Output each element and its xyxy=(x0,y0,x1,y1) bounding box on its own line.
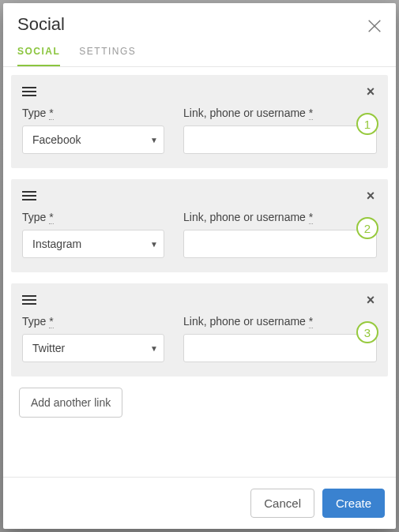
type-label: Type * xyxy=(22,211,164,223)
tab-social[interactable]: SOCIAL xyxy=(17,46,60,66)
row-number-badge: 1 xyxy=(356,113,378,135)
remove-row-icon[interactable]: × xyxy=(364,189,377,203)
row-number-badge: 3 xyxy=(356,321,378,343)
create-button[interactable]: Create xyxy=(322,489,385,518)
modal-body: × Type * Facebook ▼ Link, phone or usern… xyxy=(3,67,396,477)
social-row: × Type * Twitter ▼ Link, phone or userna… xyxy=(11,283,388,377)
link-input[interactable] xyxy=(183,126,377,154)
type-select[interactable]: Instagram xyxy=(22,230,164,258)
drag-handle-icon[interactable] xyxy=(22,295,36,305)
type-label: Type * xyxy=(22,315,164,328)
drag-handle-icon[interactable] xyxy=(22,191,36,200)
social-row: × Type * Facebook ▼ Link, phone or usern… xyxy=(11,75,388,168)
remove-row-icon[interactable]: × xyxy=(364,293,377,307)
row-number-badge: 2 xyxy=(356,217,378,239)
link-label: Link, phone or username * xyxy=(183,107,377,119)
link-label: Link, phone or username * xyxy=(183,211,377,223)
modal-header: Social xyxy=(3,3,396,35)
modal-title: Social xyxy=(17,14,382,35)
social-row: × Type * Instagram ▼ Link, phone or user… xyxy=(11,179,388,272)
drag-handle-icon[interactable] xyxy=(22,87,36,96)
tab-bar: SOCIAL SETTINGS xyxy=(3,35,396,67)
link-input[interactable] xyxy=(183,230,377,258)
tab-settings[interactable]: SETTINGS xyxy=(79,46,136,66)
type-select[interactable]: Facebook xyxy=(22,126,164,154)
link-input[interactable] xyxy=(183,334,377,362)
type-label: Type * xyxy=(22,107,164,119)
close-icon[interactable] xyxy=(366,17,383,35)
add-another-link-button[interactable]: Add another link xyxy=(19,388,122,418)
modal-footer: Cancel Create xyxy=(3,477,396,529)
remove-row-icon[interactable]: × xyxy=(364,84,377,99)
social-modal: Social SOCIAL SETTINGS × Type * Facebook xyxy=(3,3,396,529)
type-select[interactable]: Twitter xyxy=(22,334,164,362)
link-label: Link, phone or username * xyxy=(183,315,377,328)
cancel-button[interactable]: Cancel xyxy=(250,489,314,518)
